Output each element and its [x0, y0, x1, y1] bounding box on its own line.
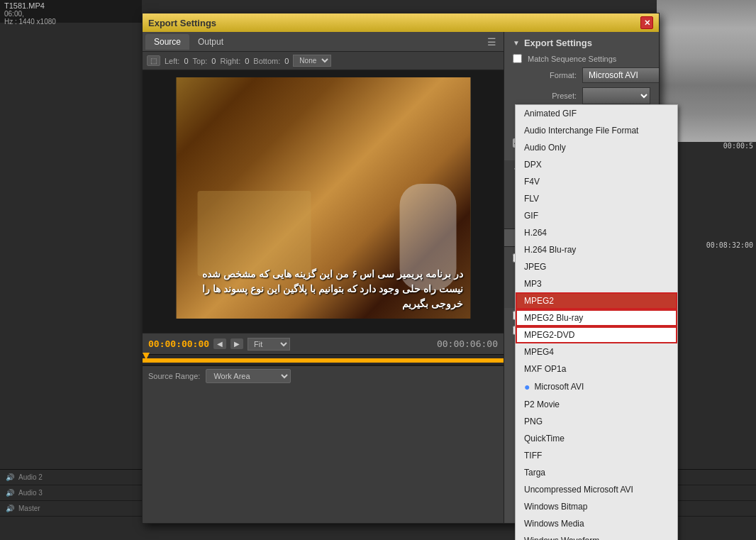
fit-dropdown[interactable]: Fit 25% 50% 100%: [248, 338, 290, 351]
match-sequence-row: Match Sequence Settings: [513, 54, 650, 63]
source-range-dropdown[interactable]: Work Area Entire Sequence In to Out: [206, 369, 291, 383]
timecode-end: 00:00:06:00: [437, 338, 498, 349]
audio3-icon: 🔊: [6, 489, 14, 497]
export-settings-header: ▼ Export Settings: [513, 38, 650, 48]
right-value: 0: [245, 57, 249, 65]
dropdown-item-h.264[interactable]: H.264: [516, 224, 677, 241]
right-label: Right:: [220, 57, 240, 65]
audio3-label: Audio 3: [18, 489, 61, 497]
dropdown-item-windows-bitmap[interactable]: Windows Bitmap: [516, 498, 677, 515]
dialog-titlebar: Export Settings ✕: [143, 13, 659, 32]
dropdown-item-targa[interactable]: Targa: [516, 464, 677, 481]
left-label: Left:: [165, 57, 179, 65]
dropdown-item-uncompressed-microsoft-avi[interactable]: Uncompressed Microsoft AVI: [516, 481, 677, 498]
timeline-controls: 00:00:00:00 ◀ ▶ Fit 25% 50% 100% 00:00:0…: [143, 333, 504, 354]
right-timecode1: 00:00:5: [723, 142, 753, 150]
format-dropdown-list: Animated GIFAudio Interchange File Forma…: [515, 104, 678, 540]
selected-item-text: Microsoft AVI: [534, 382, 584, 392]
file-name: T1581.MP4: [4, 1, 138, 10]
prev-frame-btn[interactable]: ◀: [213, 338, 226, 349]
next-frame-btn[interactable]: ▶: [230, 338, 243, 349]
master-icon: 🔊: [6, 505, 14, 512]
dropdown-item-jpeg[interactable]: JPEG: [516, 258, 677, 275]
audio2-icon: 🔊: [6, 473, 14, 481]
dropdown-item-gif[interactable]: GIF: [516, 207, 677, 224]
timeline-progress: [143, 358, 504, 363]
format-dropdown-container: Microsoft AVI ▼: [582, 67, 659, 83]
left-value: 0: [184, 57, 188, 65]
dropdown-item-p2-movie[interactable]: P2 Movie: [516, 396, 677, 413]
source-range-bar: Source Range: Work Area Entire Sequence …: [143, 365, 504, 385]
persian-text-overlay: در برنامه پریمیر سی اس ۶ من این گزینه ها…: [183, 267, 463, 312]
preset-label: Preset:: [513, 92, 577, 100]
file-info-bar: T1581.MP4 06:00, Hz : 1440 x1080: [0, 0, 142, 23]
tab-output[interactable]: Output: [189, 34, 232, 50]
dialog-title: Export Settings: [148, 18, 216, 28]
panel-menu-icon[interactable]: ☰: [483, 36, 501, 48]
crop-button[interactable]: ⬚: [147, 55, 160, 66]
file-resolution: Hz : 1440 x1080: [4, 18, 138, 26]
format-label: Format:: [513, 71, 577, 79]
source-toolbar: ⬚ Left: 0 Top: 0 Right: 0 Bottom: 0 None: [143, 52, 504, 70]
bottom-value: 0: [284, 57, 289, 65]
none-dropdown[interactable]: None: [293, 55, 331, 67]
dropdown-item-audio-interchange-file-format[interactable]: Audio Interchange File Format: [516, 122, 677, 139]
dropdown-item-mpeg4[interactable]: MPEG4: [516, 343, 677, 360]
dialog-source-panel: Source Output ☰ ⬚ Left: 0 Top: 0 Right: …: [143, 32, 504, 523]
dropdown-item-f4v[interactable]: F4V: [516, 173, 677, 190]
dropdown-item-mpeg2[interactable]: MPEG2: [516, 292, 677, 309]
panel-tabs: Source Output ☰: [143, 32, 504, 52]
top-label: Top:: [193, 57, 208, 65]
bottom-label: Bottom:: [253, 57, 280, 65]
dropdown-item-h.264-blu-ray[interactable]: H.264 Blu-ray: [516, 241, 677, 258]
video-frame: در برنامه پریمیر سی اس ۶ من این گزینه ها…: [176, 77, 470, 319]
tab-source[interactable]: Source: [145, 34, 189, 50]
preset-row: Preset:: [513, 87, 650, 104]
dropdown-item-tiff[interactable]: TIFF: [516, 447, 677, 464]
right-timecode2: 00:08:32:00: [706, 241, 753, 249]
match-sequence-label: Match Sequence Settings: [528, 55, 616, 63]
dropdown-item-quicktime[interactable]: QuickTime: [516, 430, 677, 447]
dropdown-item-mp3[interactable]: MP3: [516, 275, 677, 292]
top-value: 0: [211, 57, 216, 65]
audio2-label: Audio 2: [18, 473, 61, 481]
dropdown-item-mxf-op1a[interactable]: MXF OP1a: [516, 360, 677, 378]
dropdown-item-mpeg2-dvd[interactable]: MPEG2-DVD: [516, 326, 677, 343]
dropdown-item-flv[interactable]: FLV: [516, 190, 677, 207]
preset-dropdown[interactable]: [582, 87, 650, 104]
close-button[interactable]: ✕: [640, 16, 653, 29]
dropdown-item-windows-waveform[interactable]: Windows Waveform: [516, 532, 677, 540]
master-label: Master: [18, 505, 61, 512]
format-row: Format: Microsoft AVI ▼: [513, 67, 650, 83]
dropdown-item-dpx[interactable]: DPX: [516, 156, 677, 173]
format-dropdown[interactable]: Microsoft AVI: [582, 67, 659, 83]
dropdown-item-audio-only[interactable]: Audio Only: [516, 139, 677, 156]
dropdown-item-windows-media[interactable]: Windows Media: [516, 515, 677, 532]
section-triangle-icon: ▼: [513, 39, 520, 47]
file-details: 06:00,: [4, 10, 138, 18]
export-dialog: Export Settings ✕ Source Output ☰ ⬚ Left…: [142, 13, 660, 524]
dropdown-item-animated-gif[interactable]: Animated GIF: [516, 105, 677, 122]
timecode-start: 00:00:00:00: [148, 338, 209, 349]
source-range-label: Source Range:: [148, 372, 200, 380]
video-preview: در برنامه پریمیر سی اس ۶ من این گزینه ها…: [143, 70, 504, 333]
dropdown-item-mpeg2-blu-ray[interactable]: MPEG2 Blu-ray: [516, 309, 677, 326]
video-image: در برنامه پریمیر سی اس ۶ من این گزینه ها…: [176, 77, 470, 319]
match-sequence-checkbox[interactable]: [513, 54, 522, 63]
dropdown-item-png[interactable]: PNG: [516, 413, 677, 430]
section-title: Export Settings: [524, 38, 592, 48]
timeline-bar[interactable]: [143, 354, 504, 365]
dropdown-item-microsoft-avi[interactable]: ●Microsoft AVI: [516, 378, 677, 396]
selected-bullet-icon: ●: [524, 381, 530, 392]
